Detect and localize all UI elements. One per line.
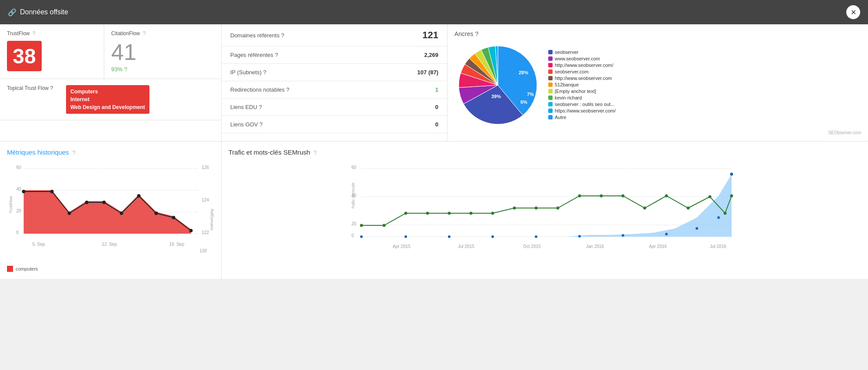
edu-value: 0 — [435, 104, 438, 110]
topical-label: Topical Trust Flow ? — [7, 85, 59, 91]
svg-point-50 — [557, 207, 560, 210]
topical-help-icon[interactable]: ? — [50, 85, 53, 91]
svg-point-59 — [730, 195, 733, 198]
topical-badge: ComputersInternetWeb Design and Developm… — [66, 85, 149, 114]
trust-flow-section: TrustFlow ? 38 — [0, 24, 104, 79]
legend-item: http://www.seobserver.com/ — [548, 63, 616, 68]
redirections-row: Redirections notables ? 1 — [222, 81, 447, 99]
main-top: TrustFlow ? 38 CitationFlow ? 41 93% — [0, 24, 868, 141]
redirections-label: Redirections notables ? — [230, 86, 289, 93]
domaines-help-icon[interactable]: ? — [281, 32, 284, 39]
close-icon: ✕ — [851, 8, 856, 17]
pages-help-icon[interactable]: ? — [275, 52, 278, 58]
referents-panel: Domaines référents ? 121 Pages référente… — [222, 24, 447, 141]
legend-label: Autre — [555, 115, 566, 120]
svg-text:28%: 28% — [519, 70, 528, 75]
domaines-value: 121 — [422, 30, 438, 41]
legend-dot — [548, 102, 553, 106]
svg-point-24 — [155, 211, 158, 215]
svg-point-57 — [709, 195, 712, 198]
svg-point-61 — [404, 235, 407, 238]
svg-text:20: 20 — [17, 208, 22, 213]
svg-point-60 — [360, 235, 363, 238]
legend-dot — [548, 83, 553, 87]
ip-value: 107 (87) — [417, 69, 438, 76]
svg-point-20 — [85, 201, 89, 204]
svg-point-41 — [360, 224, 363, 227]
svg-text:Trafic Semrush: Trafic Semrush — [351, 182, 355, 209]
svg-point-23 — [137, 194, 141, 198]
legend-item: [Empty anchor text] — [548, 89, 616, 94]
ancres-title: Ancres ? — [454, 30, 861, 37]
legend-label: kevin richard — [555, 95, 582, 100]
edu-label: Liens EDU ? — [230, 104, 262, 110]
header-title: 🔗 Données offsite — [8, 8, 68, 17]
svg-point-58 — [724, 212, 727, 215]
legend-item: 512banque — [548, 82, 616, 87]
citation-flow-section: CitationFlow ? 41 93% ? — [104, 24, 221, 79]
edu-row: Liens EDU ? 0 — [222, 99, 447, 116]
ancres-help-icon[interactable]: ? — [475, 30, 478, 37]
svg-point-64 — [535, 235, 537, 238]
metrics-help-icon[interactable]: ? — [73, 150, 76, 156]
svg-point-48 — [513, 207, 516, 210]
trust-flow-label: TrustFlow ? — [7, 30, 97, 36]
legend-label: seobserver.com — [555, 69, 589, 74]
svg-point-25 — [172, 216, 176, 219]
svg-point-70 — [730, 173, 733, 176]
gov-row: Liens GOV ? 0 — [222, 116, 447, 133]
cf-percent-help-icon[interactable]: ? — [124, 66, 127, 73]
redirections-help-icon[interactable]: ? — [286, 86, 289, 93]
ancres-content: 39%28%7%6% seobserverwww.seobserver.comh… — [454, 42, 861, 129]
svg-text:19. Sep: 19. Sep — [169, 242, 185, 247]
top-metrics: TrustFlow ? 38 CitationFlow ? 41 93% — [0, 24, 221, 79]
legend-item: seobserver : outils seo out... — [548, 102, 616, 107]
svg-text:Jul 2015: Jul 2015 — [458, 244, 474, 249]
svg-point-63 — [491, 235, 494, 238]
svg-point-68 — [696, 227, 698, 230]
svg-text:7%: 7% — [527, 92, 534, 97]
semrush-help-icon[interactable]: ? — [314, 150, 317, 156]
legend-label: http://www.seobserver.com — [555, 76, 612, 81]
legend-dot — [548, 96, 553, 100]
svg-text:Apr 2015: Apr 2015 — [393, 244, 411, 249]
ip-help-icon[interactable]: ? — [263, 69, 266, 76]
legend-dot — [548, 50, 553, 54]
svg-text:RefDomains: RefDomains — [210, 209, 214, 231]
seobserver-credit: SEObserver.com — [454, 130, 861, 135]
trust-flow-value: 38 — [7, 41, 42, 71]
svg-text:20: 20 — [351, 221, 357, 226]
svg-text:5. Sep: 5. Sep — [33, 242, 45, 247]
pages-label: Pages référentes ? — [230, 52, 278, 58]
svg-text:Jul 2016: Jul 2016 — [710, 244, 726, 249]
legend-label: seobserver — [555, 50, 578, 55]
page-title: Données offsite — [20, 8, 68, 16]
legend-label: seobserver : outils seo out... — [555, 102, 615, 107]
svg-text:40: 40 — [17, 187, 22, 192]
legend-item: seobserver.com — [548, 69, 616, 74]
trust-flow-help-icon[interactable]: ? — [33, 30, 36, 36]
legend-item: www.seobserver.com — [548, 56, 616, 61]
header: 🔗 Données offsite ✕ — [0, 0, 868, 24]
svg-text:122: 122 — [202, 230, 209, 235]
legend-item: https://www.seobserver.com/ — [548, 108, 616, 113]
metrics-chart-area: 60 40 20 0 126 124 122 120 — [7, 161, 214, 262]
svg-point-53 — [622, 195, 625, 198]
svg-point-21 — [103, 201, 106, 204]
edu-help-icon[interactable]: ? — [259, 104, 262, 110]
svg-point-56 — [687, 207, 690, 210]
svg-text:120: 120 — [200, 248, 207, 253]
svg-point-45 — [448, 212, 451, 215]
svg-text:39%: 39% — [491, 94, 501, 99]
svg-point-49 — [535, 207, 538, 210]
semrush-chart: Trafic et mots-clés SEMrush ? 60 40 20 0 — [222, 142, 868, 279]
close-button[interactable]: ✕ — [846, 5, 860, 19]
topical-section: Topical Trust Flow ? ComputersInternetWe… — [0, 79, 221, 120]
pages-value: 2,269 — [424, 52, 438, 58]
computers-legend-label: computers — [16, 266, 38, 271]
gov-help-icon[interactable]: ? — [259, 121, 262, 128]
legend-dot — [548, 63, 553, 67]
svg-point-55 — [665, 195, 668, 198]
citation-flow-help-icon[interactable]: ? — [142, 30, 146, 36]
semrush-chart-area: 60 40 20 0 — [229, 161, 861, 262]
